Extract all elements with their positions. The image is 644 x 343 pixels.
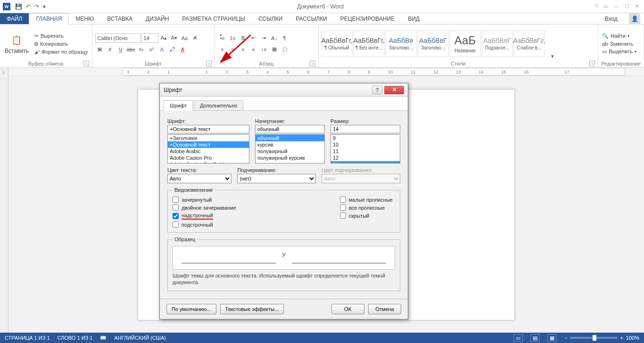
format-painter-button[interactable]: 🖌Формат по образцу [33,49,89,55]
list-item[interactable]: Adobe Caslon Pro Bold [168,161,249,163]
list-item[interactable]: Adobe Caslon Pro [168,155,249,161]
style-no-spacing[interactable]: АаБбВвГг,¶ Без инте... [354,31,385,57]
list-item[interactable]: +Заголовки [168,135,249,141]
show-marks-icon[interactable]: ¶ [280,33,289,43]
close-icon[interactable]: ✕ [635,3,639,9]
bullets-icon[interactable]: •≡ [218,33,227,43]
list-item[interactable]: обычный [256,135,324,141]
list-item[interactable]: 10 [331,141,400,148]
select-button[interactable]: ▭Выделить▾ [601,48,637,55]
sign-in[interactable]: Вход [596,13,626,24]
shading-icon[interactable]: ▦ [270,45,279,54]
status-language[interactable]: АНГЛИЙСКИЙ (США) [114,335,166,341]
increase-indent-icon[interactable]: ⇥ [259,33,269,43]
style-subtle[interactable]: АаБбВвГг,Слабое в... [514,31,545,57]
sort-icon[interactable]: A↓ [270,33,279,43]
tab-home[interactable]: ГЛАВНАЯ [29,13,69,24]
list-item[interactable]: 12 [331,155,400,161]
cut-button[interactable]: ✂Вырезать [33,33,89,40]
tab-design[interactable]: ДИЗАЙН [139,13,175,24]
zoom-out-icon[interactable]: − [564,335,567,341]
save-icon[interactable]: 💾 [15,3,22,10]
text-effects-button[interactable]: Текстовые эффекты... [220,304,284,314]
undo-icon[interactable]: ↶ [26,3,31,10]
dialog-close-icon[interactable]: ✕ [384,86,404,94]
tab-layout[interactable]: РАЗМЕТКА СТРАНИЦЫ [175,13,252,24]
font-input[interactable] [167,125,249,133]
styles-more-icon[interactable]: ▾ [548,51,557,61]
clipboard-launcher-icon[interactable]: ↘ [83,61,89,66]
view-print-icon[interactable]: ▤ [530,334,540,342]
tab-references[interactable]: ССЫЛКИ [252,13,289,24]
zoom-control[interactable]: − + 100% [564,335,639,341]
underline-color-select[interactable]: Авто [322,174,400,183]
color-select[interactable]: Авто [167,174,231,183]
effect-скрытый[interactable]: скрытый [340,212,393,219]
paste-button[interactable]: 📋 Вставить [3,33,31,55]
styles-launcher-icon[interactable]: ↘ [589,61,595,66]
change-case-icon[interactable]: Aa [180,33,190,43]
list-item[interactable]: полужирный [256,148,324,155]
style-input[interactable] [255,125,325,133]
decrease-font-icon[interactable]: A▾ [170,33,179,43]
list-item[interactable]: 14 [331,161,400,163]
help-icon[interactable]: ? [595,3,598,9]
tab-menu[interactable]: Меню [69,13,100,24]
horizontal-ruler[interactable]: L 3211234567891011121314151617 [0,68,644,76]
default-button[interactable]: По умолчанию... [166,304,216,314]
multilevel-icon[interactable]: ≣ [239,33,248,43]
zoom-in-icon[interactable]: + [620,335,623,341]
find-button[interactable]: 🔍Найти▾ [601,33,637,40]
font-listbox[interactable]: +Заголовки+Основной текстAdobe ArabicAdo… [167,134,249,163]
list-item[interactable]: +Основной текст [168,141,249,148]
vertical-ruler[interactable] [0,77,8,333]
effect-двойное-зачеркивание[interactable]: двойное зачеркивание [173,204,236,211]
paragraph-launcher-icon[interactable]: ↘ [310,61,315,66]
bold-icon[interactable]: Ж [95,45,105,54]
effect-все-прописные[interactable]: все прописные [340,204,393,211]
clear-format-icon[interactable]: А̸ [190,33,200,43]
zoom-value[interactable]: 100% [626,335,639,341]
list-item[interactable]: курсив [256,141,324,148]
justify-icon[interactable]: ≡ [249,45,258,54]
list-item[interactable]: полужирный курсив [256,155,324,161]
zoom-slider[interactable] [570,337,617,339]
cancel-button[interactable]: Отмена [368,304,401,314]
font-name-combo[interactable]: Calibri (Осно▾ [95,33,140,43]
style-subtitle[interactable]: АаБбВвГПодзагол... [482,31,513,57]
user-avatar-icon[interactable]: 👤 [629,13,640,24]
align-left-icon[interactable]: ≡ [218,45,227,54]
view-web-icon[interactable]: ▦ [547,334,557,342]
tab-mailings[interactable]: РАССЫЛКИ [289,13,333,24]
view-read-icon[interactable]: ▭ [513,334,523,342]
style-heading2[interactable]: АаБбВвГЗаголово... [418,31,449,57]
effect-малые-прописные[interactable]: малые прописные [340,196,393,203]
tab-review[interactable]: РЕЦЕНЗИРОВАНИЕ [334,13,401,24]
font-launcher-icon[interactable]: ↘ [206,61,212,66]
status-proofing-icon[interactable]: 📖 [100,335,107,341]
ribbon-options-icon[interactable]: ▭ [603,3,608,9]
font-color-icon[interactable]: A [178,45,188,54]
font-size-combo[interactable]: 14▾ [141,33,158,43]
dialog-tab-advanced[interactable]: Дополнительно [194,100,243,110]
size-input[interactable] [330,125,400,133]
dialog-tab-font[interactable]: Шрифт [164,100,193,111]
minimize-icon[interactable]: — [614,3,619,9]
style-normal[interactable]: АаБбВвГг,¶ Обычный [322,31,353,57]
text-effects-icon[interactable]: A [157,45,167,54]
superscript-icon[interactable]: x² [147,45,157,54]
borders-icon[interactable]: ▢ [280,45,289,54]
highlight-icon[interactable]: 🖍 [168,45,177,54]
copy-button[interactable]: ⧉Копировать [33,41,89,48]
redo-icon[interactable]: ↷ [34,3,39,10]
list-item[interactable]: 9 [331,135,400,141]
effect-зачеркнутый[interactable]: зачеркнутый [173,196,236,203]
status-page[interactable]: СТРАНИЦА 1 ИЗ 1 [5,335,50,341]
style-title[interactable]: АаБНазвание [450,31,481,57]
increase-font-icon[interactable]: A▴ [159,33,169,43]
size-listbox[interactable]: 910111214 [330,134,400,163]
subscript-icon[interactable]: x₂ [137,45,146,54]
effect-подстрочный[interactable]: подстрочный [173,221,236,228]
strike-icon[interactable]: abc [126,45,136,54]
list-item[interactable]: 11 [331,148,400,155]
